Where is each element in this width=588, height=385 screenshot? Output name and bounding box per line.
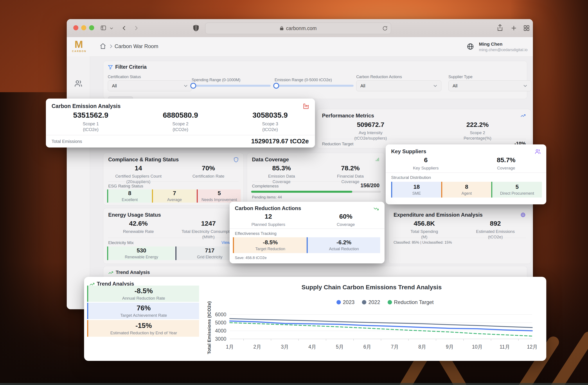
tab-overview-icon[interactable]: [523, 25, 530, 31]
stat-value: 18: [414, 184, 420, 190]
supplier-type-label: Supplier Type: [448, 75, 473, 79]
svg-text:4000: 4000: [215, 328, 226, 334]
svg-text:2月: 2月: [253, 344, 261, 350]
completeness-progress-fill: [251, 191, 352, 193]
reduction-value: All: [360, 84, 365, 88]
home-icon[interactable]: [100, 43, 106, 49]
chart-legend: 20232022Reduction Target: [336, 299, 434, 305]
emission-slider-handle[interactable]: [273, 83, 279, 89]
metric-value: 456.8K: [389, 220, 460, 227]
metric: 6880580.9 Scope 2 (tCO2e): [136, 111, 225, 133]
structural-distribution-label: Structural Distribution: [391, 175, 431, 180]
metric-value: 42.6%: [103, 220, 173, 227]
chevron-down-icon[interactable]: [110, 27, 113, 30]
divider: [394, 238, 526, 238]
chevron-down-icon: [184, 85, 188, 87]
certification-select[interactable]: All: [108, 80, 192, 91]
filter-title: Filter Criteria: [115, 64, 147, 70]
breadcrumb-chevron-icon: [109, 44, 113, 48]
supplier-type-select[interactable]: All: [448, 80, 531, 91]
globe-icon[interactable]: [467, 43, 474, 50]
globe-icon: [520, 212, 526, 217]
stat-label: Target Reduction: [255, 247, 285, 251]
stat-label: Annual Reduction Rate: [122, 296, 165, 301]
compliance-card: Compliance & Rating Status 14 Certified …: [103, 153, 244, 205]
stat-value: 717: [205, 247, 214, 254]
trend-chart[interactable]: 30004000500060001月2月3月4月5月6月7月8月9月10月11月…: [211, 310, 541, 359]
stat-value: -15%: [135, 321, 152, 330]
emission-card-title: Carbon Emission Analysis: [52, 103, 121, 109]
spending-slider[interactable]: [192, 85, 271, 87]
metric-label: Coverage: [307, 222, 384, 227]
esg-average-box: 7 Average: [152, 190, 196, 203]
shield-privacy-icon[interactable]: [193, 24, 199, 32]
stat-label: Actual Reduction: [329, 247, 359, 251]
metric: 42.6% Renewable Rate: [103, 220, 173, 240]
metric-unit: (tCO2e): [460, 234, 531, 240]
sidebar-toggle-icon[interactable]: [100, 25, 107, 31]
renewable-energy-box: 530 Renewable Energy: [107, 247, 175, 260]
completeness-progress: [251, 191, 381, 193]
svg-text:10月: 10月: [472, 344, 483, 350]
energy-card: Energy Usage Status 42.6% Renewable Rate…: [103, 208, 244, 264]
reduction-actions-title: Carbon Reduction Actions: [235, 205, 301, 211]
certification-value: All: [112, 84, 117, 88]
svg-text:4月: 4月: [308, 344, 316, 350]
metric-label: Scope 1: [46, 121, 136, 127]
legend-dot-icon: [362, 300, 366, 304]
metric-unit: (tCO2e): [136, 127, 225, 132]
sidebar-item-suppliers[interactable]: [74, 80, 82, 87]
trending-up-icon: [108, 270, 113, 275]
legend-item[interactable]: 2023: [336, 299, 355, 305]
spending-slider-handle[interactable]: [190, 83, 196, 89]
esg-needs-improvement-box: 5 Needs Improvement: [197, 190, 241, 203]
minimize-button[interactable]: [81, 25, 86, 30]
desktop: carbonm.com M CARBON: [0, 0, 588, 385]
svg-text:8月: 8月: [418, 344, 426, 350]
reduction-label: Carbon Reduction Actions: [356, 75, 402, 79]
logo-letter: M: [72, 39, 85, 49]
divider: [46, 135, 315, 135]
brand-logo: M CARBON: [72, 39, 85, 52]
metric-unit: (M): [389, 234, 460, 240]
carbon-reduction-actions-card: Carbon Reduction Actions 12 Planned Supp…: [230, 202, 384, 263]
close-button[interactable]: [73, 25, 78, 30]
metric-label: Scope 3: [225, 121, 315, 127]
new-tab-icon[interactable]: [510, 25, 517, 31]
metric-unit: (tCO2e/suppliers): [317, 135, 424, 141]
reduction-select[interactable]: All: [356, 80, 441, 91]
forward-icon[interactable]: [133, 25, 139, 31]
metric-value: 509672.7: [317, 121, 424, 128]
stat-value: 76%: [137, 304, 150, 312]
compliance-title: Compliance & Rating Status: [108, 156, 179, 163]
svg-text:3000: 3000: [215, 336, 226, 342]
view-details-link[interactable]: View: [221, 240, 230, 245]
refresh-icon[interactable]: [382, 25, 388, 31]
share-icon[interactable]: [497, 24, 504, 32]
stat-value: 5: [218, 190, 221, 197]
key-suppliers-metrics: 6 Key Suppliers 85.7% Coverage: [386, 156, 546, 171]
metric: 60% Coverage: [307, 213, 384, 227]
divider: [230, 229, 384, 229]
divider: [322, 139, 526, 139]
stat-value: 8: [465, 184, 468, 190]
emission-label: Emission Range (0-5000 tCO2e): [274, 78, 332, 82]
address-bar[interactable]: carbonm.com: [205, 22, 391, 34]
zoom-button[interactable]: [89, 25, 94, 30]
back-icon[interactable]: [121, 25, 128, 31]
metric-unit: (tCO2e): [225, 127, 315, 132]
legend-item[interactable]: Reduction Target: [388, 299, 434, 305]
breadcrumb: Carbon War Room: [115, 43, 158, 49]
stat-value: 530: [137, 247, 146, 254]
agent-box: 8 Agent: [441, 182, 491, 197]
app-header: M CARBON Carbon War Room Ming Chen ming.…: [67, 37, 533, 57]
shield-icon: [233, 157, 239, 162]
esg-section-label: ESG Rating Status: [108, 184, 143, 189]
metric-value: 222.2%: [424, 121, 531, 128]
user-name: Ming Chen: [479, 42, 503, 47]
legend-item[interactable]: 2022: [362, 299, 380, 305]
emission-slider[interactable]: [275, 85, 354, 87]
factory-icon: [303, 103, 309, 109]
metric-label: Certified Suppliers Count: [103, 173, 173, 179]
metric-label: Scope 2: [424, 130, 531, 135]
